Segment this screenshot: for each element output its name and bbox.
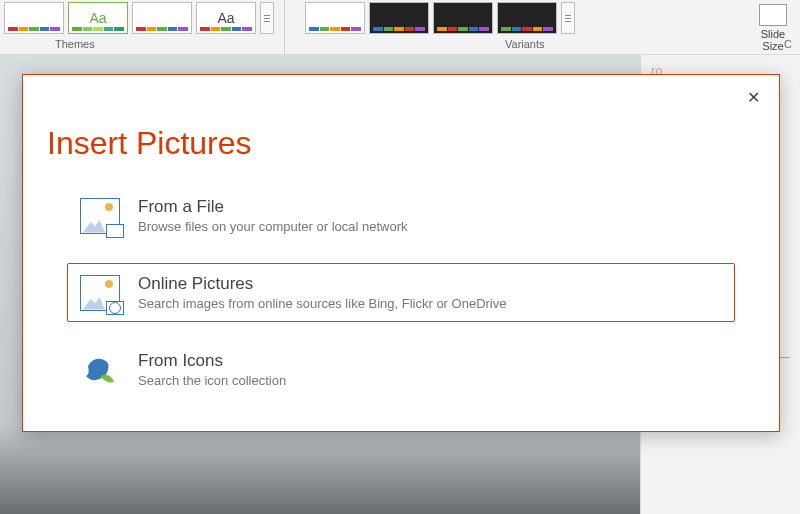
insert-pictures-dialog: ✕ Insert Pictures From a File Browse fil…	[22, 74, 780, 432]
customize-label-fragment: C	[784, 38, 792, 50]
dialog-title: Insert Pictures	[23, 75, 779, 186]
ribbon-group-labels: Themes Variants C	[0, 38, 800, 54]
theme-thumb[interactable]: Aa	[196, 2, 256, 34]
variant-thumb[interactable]	[305, 2, 365, 34]
theme-thumb[interactable]	[132, 2, 192, 34]
theme-thumb[interactable]: Aa	[68, 2, 128, 34]
close-button[interactable]: ✕	[741, 85, 765, 109]
ribbon: Aa Aa Slide Size Themes Variants C	[0, 0, 800, 55]
variants-group-label: Variants	[505, 38, 545, 50]
option-from-file[interactable]: From a File Browse files on your compute…	[67, 186, 735, 245]
theme-thumb[interactable]	[4, 2, 64, 34]
option-description: Search images from online sources like B…	[138, 296, 506, 311]
option-description: Search the icon collection	[138, 373, 286, 388]
themes-group-label: Themes	[55, 38, 95, 50]
dialog-options: From a File Browse files on your compute…	[23, 186, 779, 399]
option-from-icons[interactable]: From Icons Search the icon collection	[67, 340, 735, 399]
variant-thumb[interactable]	[433, 2, 493, 34]
globe-subicon	[106, 301, 124, 315]
option-title: Online Pictures	[138, 274, 506, 294]
option-title: From Icons	[138, 351, 286, 371]
picture-online-icon	[80, 275, 120, 311]
close-icon: ✕	[747, 88, 760, 107]
variant-thumb[interactable]	[497, 2, 557, 34]
option-description: Browse files on your computer or local n…	[138, 219, 408, 234]
monitor-subicon	[106, 224, 124, 238]
variants-more-icon[interactable]	[561, 2, 575, 34]
bird-leaf-icon	[80, 352, 120, 388]
option-online-pictures[interactable]: Online Pictures Search images from onlin…	[67, 263, 735, 322]
picture-file-icon	[80, 198, 120, 234]
slide-size-icon	[759, 4, 787, 26]
variant-thumb[interactable]	[369, 2, 429, 34]
themes-more-icon[interactable]	[260, 2, 274, 34]
option-title: From a File	[138, 197, 408, 217]
